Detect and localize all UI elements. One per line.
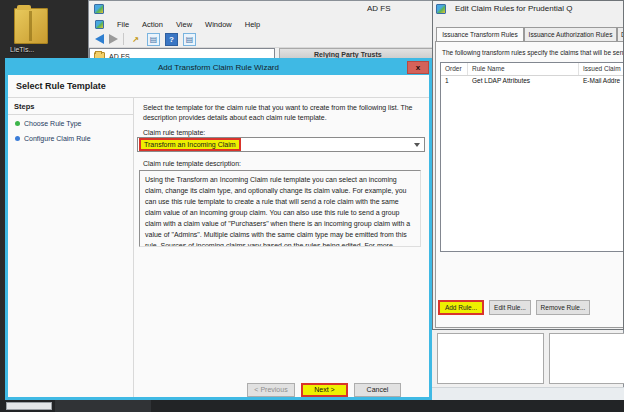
cell-order: 1 xyxy=(441,76,468,88)
menu-item-action[interactable]: Action xyxy=(142,20,163,29)
taskbar-app-segment[interactable] xyxy=(55,400,151,412)
menu-item-help[interactable]: Help xyxy=(245,20,260,29)
cell-issued-claim: E-Mail Addre xyxy=(579,76,624,88)
menu-item-window[interactable]: Window xyxy=(205,20,232,29)
edit-claim-rules-dialog: Edit Claim Rules for Prudential Q Issuan… xyxy=(432,0,624,330)
wizard-intro-text: Select the template for the claim rule t… xyxy=(143,103,424,123)
claim-rule-template-select[interactable]: Transform an Incoming Claim xyxy=(137,137,425,152)
transform-rules-tab-panel: The following transform rules specify th… xyxy=(435,41,624,328)
menu-item-file[interactable]: File xyxy=(117,20,129,29)
cell-rule-name: Get LDAP Attributes xyxy=(468,76,579,88)
column-rule-name[interactable]: Rule Name xyxy=(468,63,579,75)
show-console-tree-icon[interactable]: ▤ xyxy=(147,33,160,46)
column-issued-claim[interactable]: Issued Claim xyxy=(579,63,624,75)
template-label: Claim rule template: xyxy=(143,129,205,136)
remove-rule-button[interactable]: Remove Rule... xyxy=(536,300,590,315)
steps-panel: Steps Choose Rule Type Configure Claim R… xyxy=(8,98,134,397)
step-configure-claim-rule[interactable]: Configure Claim Rule xyxy=(15,135,91,142)
export-list-icon[interactable]: ↗ xyxy=(129,33,142,46)
tab-issuance-authorization-rules[interactable]: Issuance Authorization Rules xyxy=(524,27,617,42)
rules-description: The following transform rules specify th… xyxy=(442,49,624,56)
add-rule-button[interactable]: Add Rule... xyxy=(438,300,484,315)
dialog-titlebar: Edit Claim Rules for Prudential Q xyxy=(433,1,623,17)
next-button[interactable]: Next > xyxy=(301,383,348,397)
template-description-label: Claim rule template description: xyxy=(143,160,241,167)
desktop-shortcut[interactable]: LieTis... xyxy=(10,6,70,58)
folder-icon xyxy=(14,8,48,44)
rules-tabs: Issuance Transform Rules Issuance Author… xyxy=(436,27,624,42)
column-order[interactable]: Order xyxy=(441,63,468,75)
toolbar-separator xyxy=(123,33,124,45)
console-window-title: AD FS xyxy=(367,4,391,13)
mmc-app-icon xyxy=(94,4,104,14)
console-statusbar xyxy=(429,387,624,400)
wizard-titlebar: Add Transform Claim Rule Wizard x xyxy=(8,61,429,75)
divider xyxy=(8,114,133,115)
wizard-content: Select the template for the claim rule t… xyxy=(134,98,429,397)
back-icon[interactable] xyxy=(95,34,104,44)
dialog-title: Edit Claim Rules for Prudential Q xyxy=(455,4,572,13)
rules-table: Order Rule Name Issued Claim 1 Get LDAP … xyxy=(440,62,624,252)
close-icon[interactable]: x xyxy=(407,61,429,74)
rules-table-header: Order Rule Name Issued Claim xyxy=(441,63,624,76)
cancel-button[interactable]: Cancel xyxy=(354,383,401,397)
forward-icon[interactable] xyxy=(109,34,118,44)
console-lower-pane-left xyxy=(437,333,544,384)
taskbar xyxy=(0,400,624,412)
dialog-icon xyxy=(436,4,446,14)
show-action-pane-icon[interactable]: ▤ xyxy=(183,33,196,46)
step-active-dot-icon xyxy=(15,121,20,126)
desktop-shortcut-label: LieTis... xyxy=(10,46,70,53)
wizard-title: Add Transform Claim Rule Wizard xyxy=(8,63,429,72)
step-label: Choose Rule Type xyxy=(24,120,81,127)
console-lower-pane-right xyxy=(549,333,624,384)
tab-delegation[interactable]: Delegation xyxy=(617,27,624,42)
mmc-menu-icon[interactable] xyxy=(95,20,104,29)
taskbar-button[interactable] xyxy=(6,402,52,410)
table-row[interactable]: 1 Get LDAP Attributes E-Mail Addre xyxy=(441,76,624,88)
edit-rule-button[interactable]: Edit Rule... xyxy=(489,300,531,315)
wizard-heading: Select Rule Template xyxy=(16,81,106,91)
chevron-down-icon[interactable] xyxy=(414,143,420,147)
help-icon[interactable]: ? xyxy=(165,33,178,46)
template-description-box: Using the Transform an Incoming Claim ru… xyxy=(139,170,421,247)
add-transform-claim-rule-wizard: Add Transform Claim Rule Wizard x Select… xyxy=(5,58,432,400)
previous-button[interactable]: < Previous xyxy=(247,383,295,397)
step-pending-dot-icon xyxy=(15,136,20,141)
step-choose-rule-type[interactable]: Choose Rule Type xyxy=(15,120,81,127)
selected-template-value: Transform an Incoming Claim xyxy=(139,138,241,151)
step-label: Configure Claim Rule xyxy=(24,135,91,142)
steps-label: Steps xyxy=(14,102,34,111)
menu-item-view[interactable]: View xyxy=(176,20,192,29)
